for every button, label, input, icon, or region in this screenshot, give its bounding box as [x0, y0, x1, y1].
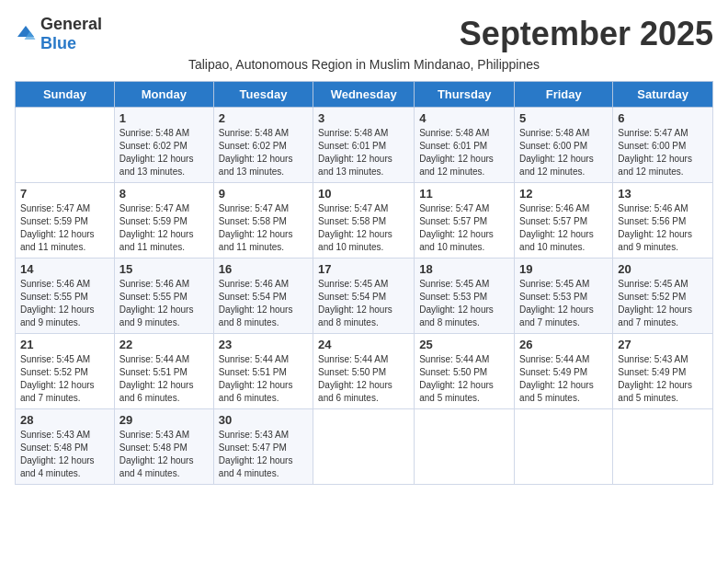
- day-number: 20: [618, 262, 708, 276]
- calendar-cell: [313, 409, 415, 485]
- day-info: Sunrise: 5:45 AM Sunset: 5:54 PM Dayligh…: [318, 278, 409, 329]
- month-title: September 2025: [460, 15, 713, 53]
- calendar-table: SundayMondayTuesdayWednesdayThursdayFrid…: [15, 81, 713, 485]
- day-number: 30: [219, 413, 308, 427]
- day-number: 29: [119, 413, 209, 427]
- header-day-thursday: Thursday: [415, 82, 515, 108]
- calendar-cell: 7Sunrise: 5:47 AM Sunset: 5:59 PM Daylig…: [16, 183, 115, 259]
- logo-general: General: [40, 15, 102, 33]
- day-number: 11: [419, 187, 509, 201]
- day-number: 16: [219, 262, 308, 276]
- day-info: Sunrise: 5:45 AM Sunset: 5:53 PM Dayligh…: [519, 278, 608, 329]
- calendar-cell: 16Sunrise: 5:46 AM Sunset: 5:54 PM Dayli…: [213, 259, 313, 334]
- calendar-cell: 21Sunrise: 5:45 AM Sunset: 5:52 PM Dayli…: [16, 334, 115, 409]
- calendar-cell: 27Sunrise: 5:43 AM Sunset: 5:49 PM Dayli…: [613, 334, 713, 409]
- day-number: 17: [318, 262, 409, 276]
- day-number: 1: [119, 111, 209, 125]
- day-info: Sunrise: 5:47 AM Sunset: 5:57 PM Dayligh…: [419, 202, 509, 254]
- calendar-cell: [415, 409, 515, 485]
- calendar-cell: [16, 108, 115, 183]
- header-day-friday: Friday: [515, 82, 613, 108]
- day-info: Sunrise: 5:46 AM Sunset: 5:54 PM Dayligh…: [219, 278, 308, 329]
- day-number: 28: [20, 413, 109, 427]
- calendar-cell: 8Sunrise: 5:47 AM Sunset: 5:59 PM Daylig…: [114, 183, 213, 259]
- calendar-cell: 28Sunrise: 5:43 AM Sunset: 5:48 PM Dayli…: [16, 409, 115, 485]
- calendar-cell: 9Sunrise: 5:47 AM Sunset: 5:58 PM Daylig…: [213, 183, 313, 259]
- calendar-cell: 4Sunrise: 5:48 AM Sunset: 6:01 PM Daylig…: [415, 108, 515, 183]
- calendar-cell: 24Sunrise: 5:44 AM Sunset: 5:50 PM Dayli…: [313, 334, 415, 409]
- logo-blue: Blue: [40, 34, 76, 52]
- day-number: 2: [219, 111, 308, 125]
- header-area: General Blue September 2025: [15, 15, 713, 53]
- day-info: Sunrise: 5:48 AM Sunset: 6:02 PM Dayligh…: [119, 127, 209, 178]
- calendar-cell: 25Sunrise: 5:44 AM Sunset: 5:50 PM Dayli…: [415, 334, 515, 409]
- calendar-cell: 22Sunrise: 5:44 AM Sunset: 5:51 PM Dayli…: [114, 334, 213, 409]
- calendar-cell: 14Sunrise: 5:46 AM Sunset: 5:55 PM Dayli…: [16, 259, 115, 334]
- calendar-cell: [613, 409, 713, 485]
- day-number: 22: [119, 338, 209, 351]
- week-row-0: 1Sunrise: 5:48 AM Sunset: 6:02 PM Daylig…: [16, 108, 713, 183]
- day-info: Sunrise: 5:45 AM Sunset: 5:52 PM Dayligh…: [20, 353, 109, 405]
- day-number: 25: [419, 338, 509, 351]
- day-info: Sunrise: 5:46 AM Sunset: 5:56 PM Dayligh…: [618, 202, 708, 254]
- day-info: Sunrise: 5:48 AM Sunset: 6:01 PM Dayligh…: [318, 127, 409, 178]
- calendar-cell: 3Sunrise: 5:48 AM Sunset: 6:01 PM Daylig…: [313, 108, 415, 183]
- calendar-cell: 2Sunrise: 5:48 AM Sunset: 6:02 PM Daylig…: [213, 108, 313, 183]
- day-info: Sunrise: 5:48 AM Sunset: 6:00 PM Dayligh…: [519, 127, 608, 178]
- calendar-cell: [515, 409, 613, 485]
- day-info: Sunrise: 5:46 AM Sunset: 5:55 PM Dayligh…: [20, 278, 109, 329]
- day-info: Sunrise: 5:46 AM Sunset: 5:57 PM Dayligh…: [519, 202, 608, 254]
- day-info: Sunrise: 5:43 AM Sunset: 5:48 PM Dayligh…: [20, 429, 109, 480]
- day-number: 8: [119, 187, 209, 201]
- calendar-cell: 12Sunrise: 5:46 AM Sunset: 5:57 PM Dayli…: [515, 183, 613, 259]
- day-number: 24: [318, 338, 409, 351]
- header-day-tuesday: Tuesday: [213, 82, 313, 108]
- day-number: 9: [219, 187, 308, 201]
- day-info: Sunrise: 5:48 AM Sunset: 6:02 PM Dayligh…: [219, 127, 308, 178]
- day-info: Sunrise: 5:47 AM Sunset: 5:58 PM Dayligh…: [318, 202, 409, 254]
- logo: General Blue: [15, 15, 102, 53]
- day-info: Sunrise: 5:44 AM Sunset: 5:51 PM Dayligh…: [219, 353, 308, 405]
- day-number: 26: [519, 338, 608, 351]
- day-info: Sunrise: 5:47 AM Sunset: 5:59 PM Dayligh…: [20, 202, 109, 254]
- calendar-cell: 18Sunrise: 5:45 AM Sunset: 5:53 PM Dayli…: [415, 259, 515, 334]
- calendar-cell: 10Sunrise: 5:47 AM Sunset: 5:58 PM Dayli…: [313, 183, 415, 259]
- calendar-cell: 20Sunrise: 5:45 AM Sunset: 5:52 PM Dayli…: [613, 259, 713, 334]
- week-row-3: 21Sunrise: 5:45 AM Sunset: 5:52 PM Dayli…: [16, 334, 713, 409]
- calendar-cell: 19Sunrise: 5:45 AM Sunset: 5:53 PM Dayli…: [515, 259, 613, 334]
- day-number: 5: [519, 111, 608, 125]
- header-day-wednesday: Wednesday: [313, 82, 415, 108]
- calendar-cell: 6Sunrise: 5:47 AM Sunset: 6:00 PM Daylig…: [613, 108, 713, 183]
- day-number: 27: [618, 338, 708, 351]
- logo-icon: [15, 23, 37, 45]
- week-row-4: 28Sunrise: 5:43 AM Sunset: 5:48 PM Dayli…: [16, 409, 713, 485]
- day-info: Sunrise: 5:47 AM Sunset: 6:00 PM Dayligh…: [618, 127, 708, 178]
- day-info: Sunrise: 5:44 AM Sunset: 5:50 PM Dayligh…: [318, 353, 409, 405]
- day-number: 19: [519, 262, 608, 276]
- calendar-cell: 29Sunrise: 5:43 AM Sunset: 5:48 PM Dayli…: [114, 409, 213, 485]
- day-info: Sunrise: 5:43 AM Sunset: 5:47 PM Dayligh…: [219, 429, 308, 480]
- header-day-saturday: Saturday: [613, 82, 713, 108]
- day-number: 10: [318, 187, 409, 201]
- day-number: 4: [419, 111, 509, 125]
- day-number: 23: [219, 338, 308, 351]
- day-info: Sunrise: 5:44 AM Sunset: 5:51 PM Dayligh…: [119, 353, 209, 405]
- calendar-cell: 5Sunrise: 5:48 AM Sunset: 6:00 PM Daylig…: [515, 108, 613, 183]
- calendar-header-row: SundayMondayTuesdayWednesdayThursdayFrid…: [16, 82, 713, 108]
- day-info: Sunrise: 5:43 AM Sunset: 5:49 PM Dayligh…: [618, 353, 708, 405]
- day-info: Sunrise: 5:48 AM Sunset: 6:01 PM Dayligh…: [419, 127, 509, 178]
- week-row-1: 7Sunrise: 5:47 AM Sunset: 5:59 PM Daylig…: [16, 183, 713, 259]
- calendar-cell: 11Sunrise: 5:47 AM Sunset: 5:57 PM Dayli…: [415, 183, 515, 259]
- day-number: 18: [419, 262, 509, 276]
- day-info: Sunrise: 5:44 AM Sunset: 5:50 PM Dayligh…: [419, 353, 509, 405]
- day-number: 6: [618, 111, 708, 125]
- day-number: 12: [519, 187, 608, 201]
- calendar-cell: 1Sunrise: 5:48 AM Sunset: 6:02 PM Daylig…: [114, 108, 213, 183]
- day-number: 13: [618, 187, 708, 201]
- day-info: Sunrise: 5:44 AM Sunset: 5:49 PM Dayligh…: [519, 353, 608, 405]
- day-number: 14: [20, 262, 109, 276]
- logo-text: General Blue: [40, 15, 102, 53]
- calendar-cell: 30Sunrise: 5:43 AM Sunset: 5:47 PM Dayli…: [213, 409, 313, 485]
- day-info: Sunrise: 5:45 AM Sunset: 5:52 PM Dayligh…: [618, 278, 708, 329]
- day-info: Sunrise: 5:46 AM Sunset: 5:55 PM Dayligh…: [119, 278, 209, 329]
